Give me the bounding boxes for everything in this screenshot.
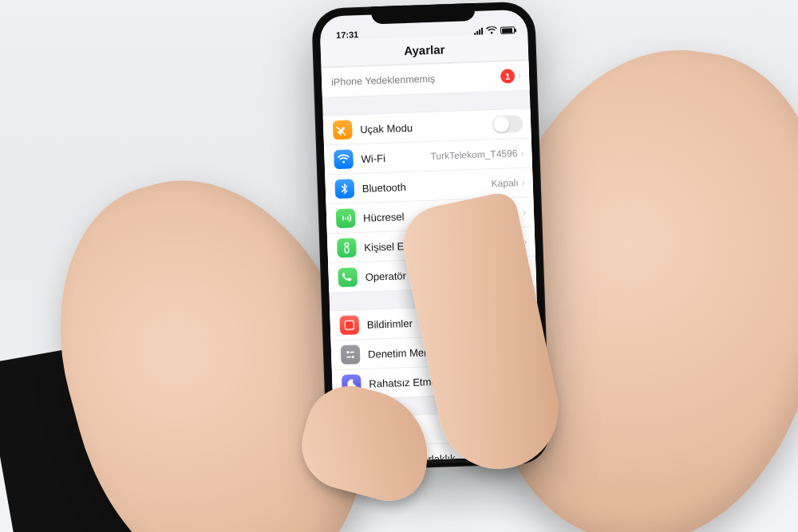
svg-point-4: [352, 356, 354, 358]
chevron-right-icon: ›: [523, 207, 526, 218]
svg-rect-3: [350, 352, 354, 353]
row-label: Wi-Fi: [361, 150, 431, 164]
svg-rect-1: [346, 321, 354, 329]
chevron-right-icon: ›: [518, 70, 521, 81]
hotspot-icon: [337, 238, 357, 258]
wifi-status-icon: [486, 26, 497, 34]
status-time: 17:31: [336, 30, 359, 40]
carrier-icon: [338, 267, 358, 287]
notch: [371, 3, 476, 25]
bluetooth-icon: [334, 179, 354, 199]
chevron-right-icon: ›: [521, 177, 524, 188]
airplane-icon: [333, 120, 353, 140]
airplane-toggle[interactable]: [492, 115, 523, 133]
chevron-right-icon: ›: [520, 148, 523, 159]
row-label: Bluetooth: [362, 178, 492, 195]
backup-alert-label: iPhone Yedeklenmemiş: [331, 71, 500, 88]
row-value: Kapalı: [491, 177, 518, 189]
notifications-icon: [339, 315, 359, 335]
wifi-icon: [334, 149, 354, 169]
svg-rect-5: [346, 357, 351, 358]
row-label: Uçak Modu: [360, 119, 492, 136]
cellular-icon: [336, 208, 356, 228]
alert-badge: 1: [500, 69, 516, 84]
svg-point-2: [346, 351, 349, 353]
control-center-icon: [341, 345, 361, 365]
row-value: TurkTelekom_T4596: [430, 148, 517, 162]
cellular-signal-icon: [474, 27, 483, 34]
battery-icon: [500, 26, 515, 34]
status-indicators: [474, 26, 515, 35]
